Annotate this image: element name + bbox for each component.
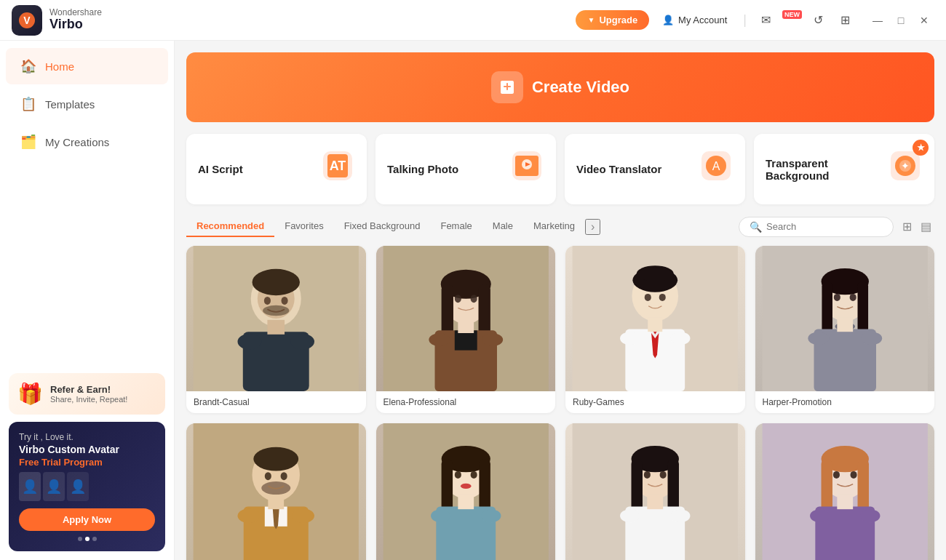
svg-point-97	[670, 509, 690, 522]
feature-card-ai-script[interactable]: AI Script AT	[186, 134, 367, 204]
avatar-image-sofia	[376, 423, 556, 560]
app-logo-icon: V	[12, 5, 42, 36]
title-bar-right: Upgrade 👤 My Account | ✉ NEW ↺ ⊞ — □ ✕	[576, 10, 934, 31]
home-icon: 🏠	[20, 58, 36, 74]
create-video-label: Create Video	[532, 78, 629, 97]
avatar-name-harper: Harper-Promotion	[755, 391, 935, 413]
separator: |	[743, 12, 747, 28]
dot-1	[78, 537, 82, 541]
creations-icon: 🗂️	[20, 134, 36, 150]
upgrade-button[interactable]: Upgrade	[576, 10, 649, 30]
svg-point-47	[645, 294, 651, 301]
tab-marketing[interactable]: Marketing	[523, 216, 585, 237]
sidebar-item-templates-label: Templates	[45, 98, 95, 111]
sidebar: 🏠 Home 📋 Templates 🗂️ My Creations 🎁 Ref…	[0, 41, 175, 560]
feature-card-transparent-bg[interactable]: Transparent Background ✦ ★	[754, 134, 934, 204]
dot-3	[92, 537, 97, 541]
svg-rect-93	[647, 495, 663, 509]
search-icon: 🔍	[750, 221, 762, 233]
svg-text:V: V	[23, 15, 31, 26]
avatar-image-brandt	[186, 246, 366, 391]
svg-point-84	[460, 484, 471, 489]
tab-recommended[interactable]: Recommended	[186, 216, 274, 237]
svg-point-106	[850, 471, 856, 479]
svg-point-108	[860, 509, 880, 522]
video-translator-icon: A	[699, 148, 734, 190]
my-account-button[interactable]: 👤 My Account	[655, 10, 734, 30]
refer-text: Refer & Earn! Share, Invite, Repeat!	[50, 384, 127, 404]
avatar-card-lily[interactable]: Lily-Style	[755, 423, 935, 560]
create-video-icon	[491, 71, 523, 103]
avatar-name-elena: Elena-Professional	[376, 391, 556, 413]
avatar-card-mia[interactable]: Mia-Corporate	[565, 423, 745, 560]
svg-point-65	[253, 447, 298, 471]
search-box: 🔍	[739, 217, 894, 237]
templates-icon: 📋	[20, 96, 36, 112]
tabs-row: Recommended Favorites Fixed Background F…	[186, 216, 934, 237]
compact-view-button[interactable]: ▤	[918, 217, 934, 236]
tabs-more-button[interactable]: ›	[585, 219, 600, 235]
sidebar-item-home-label: Home	[45, 60, 74, 73]
svg-point-62	[861, 332, 882, 345]
svg-point-37	[429, 333, 450, 346]
avatar-name-brandt: Brandt-Casual	[186, 391, 366, 413]
sidebar-item-home[interactable]: 🏠 Home	[6, 48, 168, 84]
feature-cards-row: AI Script AT Talking Photo	[186, 134, 934, 204]
sidebar-item-templates[interactable]: 📋 Templates	[6, 86, 168, 122]
tab-female[interactable]: Female	[430, 216, 482, 237]
promo-dots	[19, 537, 155, 541]
svg-point-36	[470, 295, 477, 303]
feature-card-video-translator[interactable]: Video Translator A	[565, 134, 745, 204]
svg-point-35	[454, 295, 461, 303]
transparent-bg-badge: ★	[913, 140, 929, 156]
transparent-bg-label: Transparent Background	[766, 157, 888, 182]
svg-point-59	[833, 294, 840, 301]
svg-point-82	[454, 471, 461, 479]
avatar-card-elena[interactable]: Elena-Professional	[376, 246, 556, 413]
app-logo-area: V Wondershare Virbo	[12, 5, 102, 36]
message-button[interactable]: ✉	[755, 10, 776, 30]
sidebar-item-my-creations[interactable]: 🗂️ My Creations	[6, 124, 168, 160]
refer-title: Refer & Earn!	[50, 384, 127, 395]
svg-point-22	[264, 297, 271, 305]
svg-point-38	[482, 333, 503, 346]
minimize-button[interactable]: —	[867, 10, 888, 31]
account-icon: 👤	[662, 15, 674, 25]
avatar-image-daniel	[186, 423, 366, 560]
view-buttons: ⊞ ▤	[899, 217, 934, 236]
promo-card: Try it , Love it. Virbo Custom Avatar Fr…	[9, 422, 165, 551]
svg-point-26	[290, 334, 314, 350]
search-input[interactable]	[766, 221, 883, 232]
svg-point-25	[238, 334, 262, 350]
create-video-banner[interactable]: Create Video	[186, 52, 934, 122]
tab-fixed-background[interactable]: Fixed Background	[334, 216, 431, 237]
avatar-card-brandt[interactable]: Brandt-Casual	[186, 246, 366, 413]
tab-favorites[interactable]: Favorites	[274, 216, 333, 237]
svg-rect-81	[458, 495, 474, 509]
maximize-button[interactable]: □	[891, 10, 911, 31]
avatar-card-ruby[interactable]: Ruby-Games	[565, 246, 745, 413]
tab-male[interactable]: Male	[482, 216, 523, 237]
avatar-card-harper[interactable]: Harper-Promotion	[755, 246, 935, 413]
refer-earn-card[interactable]: 🎁 Refer & Earn! Share, Invite, Repeat!	[9, 373, 165, 415]
svg-point-60	[849, 294, 856, 301]
close-button[interactable]: ✕	[914, 10, 934, 31]
refer-icon: 🎁	[17, 382, 43, 406]
svg-point-107	[810, 509, 830, 522]
expand-view-button[interactable]: ⊞	[899, 217, 915, 236]
feature-card-talking-photo[interactable]: Talking Photo	[375, 134, 556, 204]
apply-now-button[interactable]: Apply Now	[19, 508, 155, 531]
history-button[interactable]: ↺	[808, 10, 829, 30]
avatar-image-mia	[565, 423, 745, 560]
svg-rect-104	[837, 495, 853, 509]
avatar-card-daniel[interactable]: HOT	[186, 423, 366, 560]
grid-button[interactable]: ⊞	[835, 10, 856, 30]
svg-text:✦: ✦	[901, 160, 910, 172]
svg-point-42	[637, 265, 674, 281]
svg-rect-33	[454, 330, 477, 350]
avatar-card-sofia[interactable]: Sofia-Casual	[376, 423, 556, 560]
svg-point-94	[644, 471, 651, 479]
new-badge: NEW	[782, 10, 802, 19]
promo-avatar-collage: 👤 👤 👤	[19, 472, 155, 501]
svg-rect-31	[478, 284, 490, 337]
